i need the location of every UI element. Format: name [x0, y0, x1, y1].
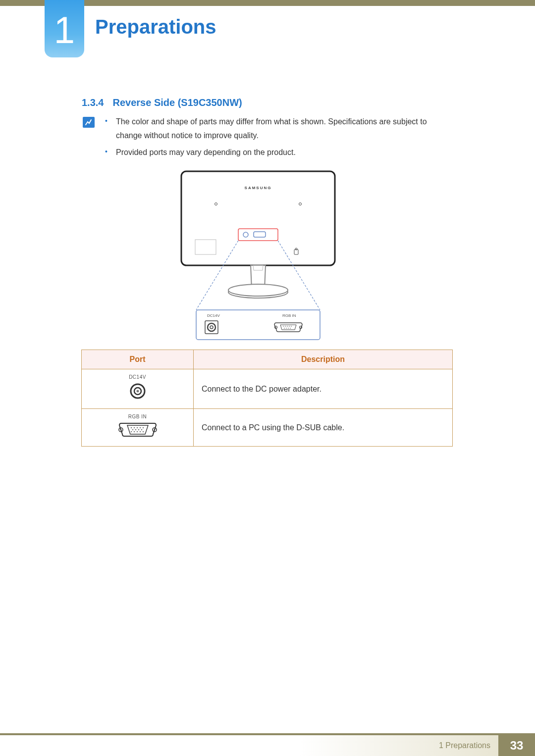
dsub-port-icon — [116, 422, 159, 437]
svg-point-20 — [283, 326, 284, 327]
note-info-icon — [83, 117, 95, 128]
svg-point-49 — [143, 431, 144, 432]
svg-point-39 — [140, 427, 141, 428]
port-cell-dc: DC14V — [82, 369, 194, 409]
svg-rect-5 — [238, 229, 278, 241]
diagram-rgb-label: RGB IN — [282, 313, 296, 318]
table-row: RGB IN Connect to a PC using the D-SUB c… — [82, 409, 453, 447]
section-heading: 1.3.4Reverse Side (S19C350NW) — [82, 97, 242, 108]
svg-point-26 — [286, 328, 287, 329]
diagram-dc-label: DC14V — [207, 313, 220, 318]
chapter-title: Preparations — [95, 16, 216, 38]
page-footer: 1 Preparations 33 — [0, 733, 535, 756]
table-header-description: Description — [194, 350, 453, 369]
svg-point-47 — [137, 431, 138, 432]
note-item: Provided ports may vary depending on the… — [105, 146, 447, 159]
svg-point-36 — [131, 427, 132, 428]
svg-point-35 — [154, 429, 155, 431]
footer-gradient — [0, 735, 498, 756]
chapter-number: 1 — [54, 11, 75, 49]
chapter-number-badge: 1 — [45, 0, 84, 57]
port-description-table: Port Description DC14V Connect to the DC… — [81, 350, 453, 447]
note-list: The color and shape of parts may differ … — [105, 115, 447, 162]
footer-page-number: 33 — [498, 735, 535, 756]
svg-point-48 — [140, 431, 141, 432]
port-description: Connect to the DC power adapter. — [194, 369, 453, 409]
svg-point-46 — [134, 431, 135, 432]
section-number: 1.3.4 — [82, 97, 104, 108]
svg-point-42 — [135, 429, 136, 430]
table-header-port: Port — [82, 350, 194, 369]
svg-point-27 — [288, 328, 289, 329]
svg-point-45 — [131, 431, 132, 432]
port-label: DC14V — [86, 374, 189, 380]
svg-point-31 — [136, 390, 139, 393]
svg-point-37 — [134, 427, 135, 428]
svg-point-43 — [138, 429, 139, 430]
svg-point-11 — [228, 284, 288, 296]
diagram-brand-label: SAMSUNG — [245, 186, 272, 190]
svg-point-21 — [285, 326, 286, 327]
svg-point-44 — [141, 429, 142, 430]
svg-point-33 — [120, 429, 121, 431]
footer-section-label: 1 Preparations — [439, 741, 490, 750]
svg-point-38 — [137, 427, 138, 428]
svg-rect-4 — [195, 240, 216, 254]
note-item: The color and shape of parts may differ … — [105, 115, 447, 143]
port-description: Connect to a PC using the D-SUB cable. — [194, 409, 453, 447]
monitor-rear-diagram: SAMSUNG DC14V RGB IN — [176, 166, 340, 345]
svg-point-41 — [132, 429, 133, 430]
svg-point-40 — [143, 427, 144, 428]
dc-power-jack-icon — [129, 383, 146, 400]
table-row: DC14V Connect to the DC power adapter. — [82, 369, 453, 409]
port-cell-rgb: RGB IN — [82, 409, 194, 447]
section-heading-text: Reverse Side (S19C350NW) — [112, 97, 242, 108]
svg-point-22 — [287, 326, 288, 327]
svg-point-24 — [291, 326, 292, 327]
svg-point-28 — [290, 328, 291, 329]
port-label: RGB IN — [86, 414, 189, 419]
svg-point-25 — [284, 328, 285, 329]
svg-point-23 — [289, 326, 290, 327]
